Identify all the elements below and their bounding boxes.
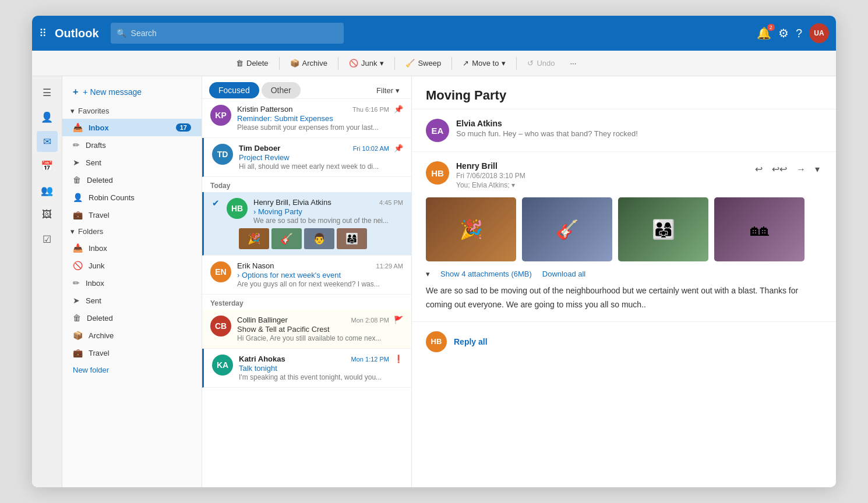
sidebar-item-folders-inbox2[interactable]: ✏ Inbox (62, 274, 202, 292)
thread-image-1: 🎉 (426, 197, 516, 261)
sidebar-item-deleted[interactable]: 🗑 Deleted (62, 171, 202, 189)
forward-button[interactable]: → (794, 162, 808, 177)
thumb-3: 👨 (304, 228, 334, 249)
mail-button[interactable]: ✉ (37, 131, 58, 152)
tim-subject: Project Review (239, 153, 403, 162)
contacts-button[interactable]: 👥 (37, 180, 58, 201)
sidebar-item-robin-counts[interactable]: 👤 Robin Counts (62, 189, 202, 206)
email-thread: EA Elvia Atkins So much fun. Hey – who w… (412, 109, 836, 322)
filter-button[interactable]: Filter ▾ (372, 84, 404, 97)
sidebar-item-junk[interactable]: 🚫 Junk (62, 257, 202, 274)
sidebar-item-folders-travel[interactable]: 💼 Travel (62, 344, 202, 362)
pin-icon: 📌 (394, 105, 403, 114)
more-button[interactable]: ··· (564, 56, 582, 70)
kristin-preview: Please submit your expenses from your la… (237, 123, 403, 132)
topbar-right: 🔔 2 ⚙ ? UA (757, 23, 829, 43)
tab-focused[interactable]: Focused (209, 82, 259, 98)
expand-thread-button[interactable]: ▾ (813, 161, 822, 177)
new-message-icon: + (73, 87, 78, 97)
tasks-button[interactable]: ☑ (37, 229, 58, 250)
new-message-button[interactable]: + + New message (62, 81, 202, 103)
reply-all-button[interactable]: ↩↩ (770, 161, 789, 177)
folders-header[interactable]: ▾ Folders (62, 224, 202, 239)
profile-button[interactable]: 👤 (37, 107, 58, 127)
junk-dropdown-icon: ▾ (380, 59, 384, 68)
elvia-thread-meta: Elvia Atkins So much fun. Hey – who was … (456, 119, 822, 138)
thumb-1: 🎉 (239, 228, 269, 249)
sent-icon: ➤ (73, 158, 80, 167)
reply-all-section: HB Reply all (412, 322, 836, 362)
apps-grid-icon[interactable]: ⠿ (39, 27, 47, 40)
collin-avatar: CB (210, 316, 231, 336)
folders-collapse-icon: ▾ (70, 227, 75, 236)
reply-button[interactable]: ↩ (753, 161, 765, 177)
archive-button[interactable]: 📦 Archive (284, 56, 333, 70)
sidebar-item-archive[interactable]: 📦 Archive (62, 327, 202, 344)
sidebar-item-folders-inbox[interactable]: 📥 Inbox (62, 239, 202, 257)
move-to-button[interactable]: ↗ Move to ▾ (457, 56, 511, 70)
sidebar-icon-rail: ☰ 👤 ✉ 📅 👥 🖼 ☑ (32, 76, 62, 487)
katri-preview: I'm speaking at this event tonight, woul… (239, 373, 403, 381)
kristin-sender: Kristin Patterson (237, 105, 292, 114)
hamburger-menu-button[interactable]: ☰ (37, 82, 58, 103)
new-folder-button[interactable]: New folder (62, 362, 202, 378)
favorites-header[interactable]: ▾ Favorites (62, 103, 202, 119)
junk-icon: 🚫 (349, 59, 358, 68)
folders-travel-icon: 💼 (73, 348, 83, 357)
sidebar-item-travel[interactable]: 💼 Travel (62, 206, 202, 224)
reply-all-button-main[interactable]: Reply all (454, 337, 488, 346)
main-content: ☰ 👤 ✉ 📅 👥 🖼 ☑ + + New message ▾ Favorite… (32, 76, 836, 487)
search-input[interactable] (131, 29, 338, 38)
henry-check-icon: ✔ (212, 198, 220, 208)
expand-recipients-icon[interactable]: ▾ (511, 181, 515, 189)
sweep-button[interactable]: 🧹 Sweep (400, 56, 447, 70)
settings-icon[interactable]: ⚙ (778, 26, 789, 40)
delete-button[interactable]: 🗑 Delete (230, 56, 274, 70)
email-item-katri[interactable]: KA Katri Ahokas Mon 1:12 PM ❗ Talk tonig… (202, 349, 411, 388)
erik-avatar: EN (210, 261, 231, 282)
katri-subject: Talk tonight (239, 364, 403, 373)
henry-meta: Henry Brill, Elvia Atkins 4:45 PM › Movi… (253, 198, 403, 225)
email-item-collin[interactable]: CB Collin Ballinger Mon 2:08 PM 🚩 Show &… (202, 310, 411, 349)
reading-pane: Moving Party EA Elvia Atkins So much fun… (412, 76, 836, 487)
nav-sidebar: + + New message ▾ Favorites 📥 Inbox 17 ✏… (62, 76, 202, 487)
calendar-button[interactable]: 📅 (37, 155, 58, 176)
download-all-link[interactable]: Download all (542, 270, 585, 278)
undo-button[interactable]: ↺ Undo (521, 56, 560, 70)
drafts-icon: ✏ (73, 140, 80, 150)
sidebar-item-sent[interactable]: ➤ Sent (62, 154, 202, 171)
show-attachments-link[interactable]: Show 4 attachments (6MB) (440, 270, 532, 278)
notifications-icon[interactable]: 🔔 2 (757, 26, 771, 40)
search-bar[interactable]: 🔍 (111, 23, 344, 44)
folders-sent-icon: ➤ (73, 296, 80, 305)
email-item-tim[interactable]: TD Tim Deboer Fri 10:02 AM 📌 Project Rev… (202, 138, 411, 177)
thread-item-henry: HB Henry Brill Fri 7/06/2018 3:10 PM You… (412, 152, 836, 322)
erik-preview: Are you guys all on for next weekend? I … (237, 280, 403, 288)
henry-thread-actions: ↩ ↩↩ → ▾ (753, 161, 822, 177)
new-message-label: + New message (83, 87, 142, 97)
email-item-erik[interactable]: EN Erik Nason 11:29 AM › Options for nex… (202, 256, 411, 295)
sidebar-item-folders-deleted[interactable]: 🗑 Deleted (62, 309, 202, 327)
gallery-button[interactable]: 🖼 (37, 204, 58, 225)
user-avatar[interactable]: UA (809, 23, 829, 43)
email-tabs: Focused Other Filter ▾ (202, 76, 411, 99)
sidebar-item-inbox[interactable]: 📥 Inbox 17 (62, 119, 202, 136)
show-attachments-icon: ▾ (426, 270, 430, 278)
erik-meta: Erik Nason 11:29 AM › Options for next w… (237, 261, 403, 288)
flag-icon: 🚩 (394, 316, 403, 324)
sidebar-item-folders-sent[interactable]: ➤ Sent (62, 292, 202, 309)
folders-label: Folders (78, 227, 103, 236)
tab-other[interactable]: Other (262, 82, 301, 98)
collin-sender: Collin Ballinger (237, 316, 288, 324)
help-icon[interactable]: ? (796, 27, 802, 40)
toolbar-separator-2 (338, 57, 338, 70)
thumb-2: 🎸 (271, 228, 302, 249)
inbox-badge: 17 (176, 123, 191, 132)
junk-button[interactable]: 🚫 Junk ▾ (343, 56, 390, 70)
tim-preview: Hi all, should we meet early next week t… (239, 162, 403, 171)
email-item-kristin[interactable]: KP Kristin Patterson Thu 6:16 PM 📌 Remin… (202, 99, 411, 138)
urgent-icon: ❗ (394, 355, 403, 363)
sidebar-item-drafts[interactable]: ✏ Drafts (62, 136, 202, 154)
thread-item-elvia[interactable]: EA Elvia Atkins So much fun. Hey – who w… (412, 109, 836, 152)
email-item-henry[interactable]: ✔ HB Henry Brill, Elvia Atkins 4:45 PM ›… (202, 192, 411, 256)
